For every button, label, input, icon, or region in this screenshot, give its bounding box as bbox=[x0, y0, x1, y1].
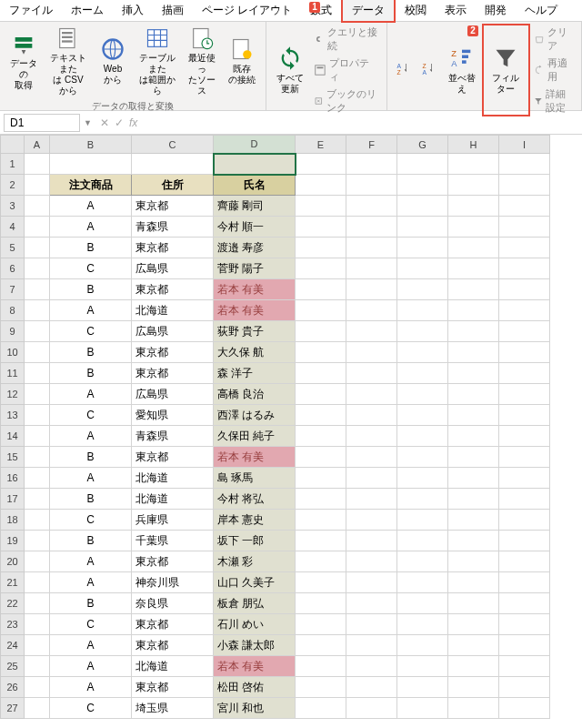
cell[interactable] bbox=[296, 572, 346, 593]
cell[interactable] bbox=[397, 551, 448, 572]
cell[interactable]: 東京都 bbox=[132, 238, 214, 258]
cell[interactable]: 高橋 良治 bbox=[214, 384, 296, 405]
cell[interactable] bbox=[132, 154, 214, 175]
cell[interactable] bbox=[25, 593, 50, 614]
cell[interactable]: 東京都 bbox=[132, 279, 214, 300]
cell[interactable] bbox=[346, 154, 397, 175]
cell[interactable]: A bbox=[50, 572, 132, 593]
cell[interactable] bbox=[397, 614, 448, 635]
cell[interactable] bbox=[296, 196, 346, 217]
cell[interactable] bbox=[448, 656, 499, 677]
cell[interactable] bbox=[397, 677, 448, 698]
cell[interactable] bbox=[448, 677, 499, 698]
cell[interactable] bbox=[346, 489, 397, 510]
row-header-3[interactable]: 3 bbox=[1, 196, 25, 217]
cell[interactable] bbox=[499, 258, 550, 279]
cell[interactable] bbox=[397, 635, 448, 656]
cell[interactable] bbox=[346, 279, 397, 300]
cell[interactable] bbox=[499, 531, 550, 551]
cell[interactable]: 木瀬 彩 bbox=[214, 551, 296, 572]
cell[interactable]: A bbox=[50, 384, 132, 405]
row-header-16[interactable]: 16 bbox=[1, 468, 25, 489]
cell[interactable]: 東京都 bbox=[132, 342, 214, 363]
cell[interactable] bbox=[296, 154, 346, 175]
cell[interactable] bbox=[346, 510, 397, 531]
cell[interactable] bbox=[296, 217, 346, 238]
menu-データ[interactable]: データ bbox=[341, 0, 396, 23]
cell[interactable]: B bbox=[50, 593, 132, 614]
cell[interactable] bbox=[296, 405, 346, 426]
cell[interactable] bbox=[346, 196, 397, 217]
cell[interactable]: A bbox=[50, 677, 132, 698]
cell[interactable]: 板倉 朋弘 bbox=[214, 593, 296, 614]
cell[interactable] bbox=[448, 510, 499, 531]
cell[interactable] bbox=[397, 468, 448, 489]
name-box-dropdown-icon[interactable]: ▼ bbox=[84, 118, 95, 127]
from-csv-button[interactable]: テキストまた は CSV から bbox=[44, 24, 93, 98]
select-all-corner[interactable] bbox=[1, 136, 25, 154]
cell[interactable] bbox=[296, 447, 346, 468]
cell[interactable] bbox=[346, 468, 397, 489]
small-ブックのリンク[interactable]: ブックのリンク bbox=[310, 86, 382, 116]
cell[interactable] bbox=[397, 154, 448, 175]
cell[interactable]: A bbox=[50, 551, 132, 572]
row-header-2[interactable]: 2 bbox=[1, 175, 25, 196]
cell[interactable]: A bbox=[50, 635, 132, 656]
row-header-15[interactable]: 15 bbox=[1, 447, 25, 468]
menu-ホーム[interactable]: ホーム bbox=[62, 0, 113, 21]
sort-az-button[interactable]: AZ bbox=[391, 24, 416, 116]
sort-button[interactable]: ZA 並べ替え bbox=[442, 24, 482, 116]
get-data-button[interactable]: データの 取得 bbox=[4, 24, 44, 98]
cell[interactable] bbox=[296, 238, 346, 258]
cell[interactable] bbox=[499, 238, 550, 258]
cell[interactable] bbox=[397, 447, 448, 468]
col-header-A[interactable]: A bbox=[25, 136, 50, 154]
cell[interactable] bbox=[25, 342, 50, 363]
cell[interactable]: 青森県 bbox=[132, 217, 214, 238]
cell[interactable]: C bbox=[50, 321, 132, 342]
cell[interactable] bbox=[25, 363, 50, 384]
sort-za-button[interactable]: ZA bbox=[416, 24, 442, 116]
cell[interactable] bbox=[499, 363, 550, 384]
cell[interactable]: 青森県 bbox=[132, 426, 214, 447]
cell[interactable] bbox=[448, 593, 499, 614]
cell[interactable]: 今村 将弘 bbox=[214, 489, 296, 510]
cell[interactable] bbox=[296, 279, 346, 300]
cell[interactable]: 北海道 bbox=[132, 468, 214, 489]
cell[interactable] bbox=[296, 656, 346, 677]
cell[interactable] bbox=[346, 175, 397, 196]
row-header-7[interactable]: 7 bbox=[1, 279, 25, 300]
cell[interactable]: B bbox=[50, 489, 132, 510]
cell[interactable]: 東京都 bbox=[132, 363, 214, 384]
header-cell-b[interactable]: 注文商品 bbox=[50, 175, 132, 196]
cell[interactable] bbox=[448, 196, 499, 217]
cell[interactable]: 愛知県 bbox=[132, 405, 214, 426]
menu-開発[interactable]: 開発 bbox=[476, 0, 516, 21]
cell[interactable] bbox=[499, 635, 550, 656]
cell[interactable]: B bbox=[50, 238, 132, 258]
cell[interactable] bbox=[448, 154, 499, 175]
row-header-11[interactable]: 11 bbox=[1, 363, 25, 384]
cell[interactable]: A bbox=[50, 468, 132, 489]
cell[interactable]: 若本 有美 bbox=[214, 300, 296, 321]
cell[interactable] bbox=[296, 468, 346, 489]
cell[interactable] bbox=[25, 321, 50, 342]
row-header-27[interactable]: 27 bbox=[1, 698, 25, 719]
cell[interactable] bbox=[397, 531, 448, 551]
cell[interactable] bbox=[397, 510, 448, 531]
cell[interactable] bbox=[448, 300, 499, 321]
row-header-19[interactable]: 19 bbox=[1, 531, 25, 551]
cell[interactable] bbox=[448, 238, 499, 258]
cell[interactable]: 宮川 和也 bbox=[214, 698, 296, 719]
cell[interactable]: 荻野 貴子 bbox=[214, 321, 296, 342]
cell[interactable]: C bbox=[50, 698, 132, 719]
cell[interactable] bbox=[346, 363, 397, 384]
cell[interactable]: 東京都 bbox=[132, 614, 214, 635]
cell[interactable] bbox=[499, 300, 550, 321]
cell[interactable]: 北海道 bbox=[132, 489, 214, 510]
cell[interactable] bbox=[448, 489, 499, 510]
cell[interactable] bbox=[346, 384, 397, 405]
cell[interactable] bbox=[296, 698, 346, 719]
cell[interactable] bbox=[397, 342, 448, 363]
row-header-25[interactable]: 25 bbox=[1, 656, 25, 677]
